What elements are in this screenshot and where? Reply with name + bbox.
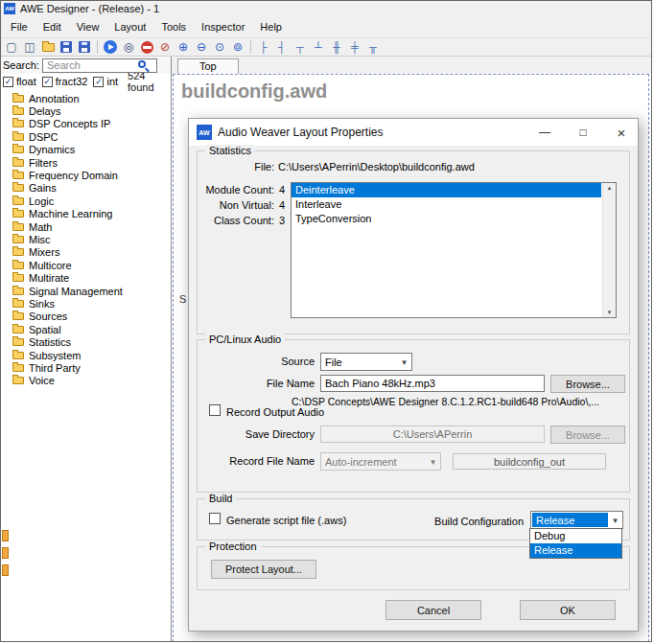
tree-item-dspc[interactable]: DSPC: [1, 130, 171, 143]
scroll-down-icon[interactable]: ▼: [607, 310, 613, 315]
tree-item-sources[interactable]: Sources: [1, 310, 171, 323]
chevron-down-icon: ▾: [608, 512, 622, 528]
menu-inspector[interactable]: Inspector: [194, 18, 252, 35]
tree-item-subsystem[interactable]: Subsystem: [1, 349, 171, 361]
tree-item-filters[interactable]: Filters: [1, 156, 171, 169]
fract32-checkbox[interactable]: ✓: [42, 77, 53, 87]
inspect-icon[interactable]: ⊘: [156, 39, 174, 56]
zoom-fit-icon[interactable]: ⊙: [211, 39, 228, 56]
tree-item-misc[interactable]: Misc: [1, 233, 171, 245]
menu-file[interactable]: File: [3, 18, 35, 35]
dropdown-option-debug[interactable]: Debug: [530, 529, 621, 543]
tree-item-signal-management[interactable]: Signal Management: [1, 285, 171, 297]
tree-item-dsp-concepts-ip[interactable]: DSP Concepts IP: [1, 118, 171, 130]
tree-label: Gains: [29, 182, 57, 194]
menu-edit[interactable]: Edit: [35, 18, 69, 35]
module-class-list[interactable]: Deinterleave Interleave TypeConversion ▲…: [291, 182, 617, 318]
cancel-button[interactable]: Cancel: [385, 600, 481, 620]
tree-item-spatial[interactable]: Spatial: [1, 323, 171, 335]
int-checkbox[interactable]: ✓: [93, 77, 104, 87]
distribute-horizontal-icon[interactable]: ╫: [328, 39, 345, 56]
dock-tab-icon[interactable]: [2, 547, 9, 559]
list-item-typeconversion[interactable]: TypeConversion: [292, 212, 601, 226]
profile-icon[interactable]: ◎: [120, 39, 137, 56]
zoom-in-icon[interactable]: ⊕: [175, 39, 192, 56]
align-right-icon[interactable]: ┤: [273, 39, 291, 56]
folder-icon: [12, 172, 24, 179]
list-scrollbar[interactable]: ▲ ▼: [602, 183, 616, 317]
folder-icon: [12, 236, 24, 243]
generate-script-checkbox[interactable]: [209, 513, 221, 524]
dialog-titlebar[interactable]: AW Audio Weaver Layout Properties — □ ×: [189, 119, 638, 146]
tree-label: Subsystem: [29, 350, 81, 361]
dropdown-option-release[interactable]: Release: [530, 543, 621, 558]
maximize-icon[interactable]: □: [567, 119, 599, 146]
module-tree: Annotation Delays DSP Concepts IP DSPC D…: [1, 89, 171, 642]
menu-help[interactable]: Help: [252, 18, 290, 35]
save-all-icon[interactable]: [76, 39, 93, 56]
play-icon[interactable]: [102, 39, 119, 56]
no-entry-glyph-icon: [141, 41, 153, 54]
folder-icon: [12, 210, 24, 218]
tree-item-logic[interactable]: Logic: [1, 195, 171, 207]
source-combo[interactable]: File ▾: [320, 353, 412, 371]
toolbar-separator: [250, 40, 251, 54]
tree-item-multicore[interactable]: Multicore: [1, 259, 171, 271]
tree-item-third-party[interactable]: Third Party: [1, 361, 171, 374]
tree-item-frequency-domain[interactable]: Frequency Domain: [1, 169, 171, 181]
align-bottom-icon[interactable]: ┴: [310, 39, 327, 56]
record-output-checkbox[interactable]: [209, 404, 221, 416]
menu-tools[interactable]: Tools: [153, 18, 194, 35]
ok-button[interactable]: OK: [520, 600, 616, 620]
folder-icon: [12, 364, 24, 372]
class-count-label: Class Count:: [198, 215, 274, 226]
browse-button[interactable]: Browse...: [550, 375, 625, 393]
save-icon[interactable]: [58, 39, 75, 56]
menu-layout[interactable]: Layout: [106, 18, 153, 35]
float-checkbox[interactable]: ✓: [3, 77, 13, 87]
window-titlebar[interactable]: AW AWE Designer - (Release) - 1: [1, 1, 651, 16]
tree-item-annotation[interactable]: Annotation: [1, 92, 171, 104]
minimize-icon[interactable]: —: [528, 119, 561, 146]
occluded-canvas-text: S: [179, 293, 186, 305]
open-folder-icon[interactable]: [39, 39, 57, 56]
tree-item-voice[interactable]: Voice: [1, 375, 171, 387]
dock-tab-icon[interactable]: [2, 564, 9, 576]
route-wires-icon[interactable]: ╥: [364, 39, 382, 56]
list-item-deinterleave[interactable]: Deinterleave: [292, 183, 601, 197]
tree-item-machine-learning[interactable]: Machine Learning: [1, 208, 171, 220]
file-name-input[interactable]: [320, 375, 545, 392]
tree-item-mixers[interactable]: Mixers: [1, 246, 171, 259]
zoom-region-icon[interactable]: ⊚: [229, 39, 246, 56]
distribute-vertical-icon[interactable]: ╪: [346, 39, 363, 56]
tree-item-multirate[interactable]: Multirate: [1, 271, 171, 284]
scroll-up-icon[interactable]: ▲: [607, 185, 613, 191]
split-view-icon[interactable]: ◫: [21, 39, 38, 56]
list-item-interleave[interactable]: Interleave: [292, 197, 601, 212]
menu-view[interactable]: View: [69, 18, 107, 35]
halt-icon[interactable]: [138, 39, 155, 56]
align-left-icon[interactable]: ├: [255, 39, 272, 56]
tree-item-sinks[interactable]: Sinks: [1, 297, 171, 310]
align-top-icon[interactable]: ┬: [292, 39, 309, 56]
tree-item-math[interactable]: Math: [1, 220, 171, 233]
tree-label: Frequency Domain: [29, 170, 118, 181]
folder-icon: [12, 197, 24, 205]
tree-label: Voice: [29, 375, 55, 386]
tree-label: Logic: [29, 196, 54, 207]
tree-label: DSPC: [29, 131, 58, 143]
tree-item-statistics[interactable]: Statistics: [1, 335, 171, 348]
close-icon[interactable]: ×: [605, 119, 638, 146]
folder-icon: [12, 338, 24, 346]
protect-layout-button[interactable]: Protect Layout...: [211, 560, 316, 579]
tree-item-delays[interactable]: Delays: [1, 104, 171, 117]
build-configuration-combo[interactable]: Release ▾: [530, 511, 623, 529]
float-label: float: [16, 76, 36, 87]
zoom-out-icon[interactable]: ⊖: [193, 39, 210, 56]
new-layout-icon[interactable]: ▢: [3, 39, 20, 56]
tab-top[interactable]: Top: [177, 58, 239, 74]
pc-linux-audio-group: PC/Linux Audio Source File ▾ File Name B…: [197, 339, 630, 493]
tree-item-dynamics[interactable]: Dynamics: [1, 144, 171, 156]
tree-item-gains[interactable]: Gains: [1, 182, 171, 195]
dock-tab-icon[interactable]: [2, 530, 9, 541]
